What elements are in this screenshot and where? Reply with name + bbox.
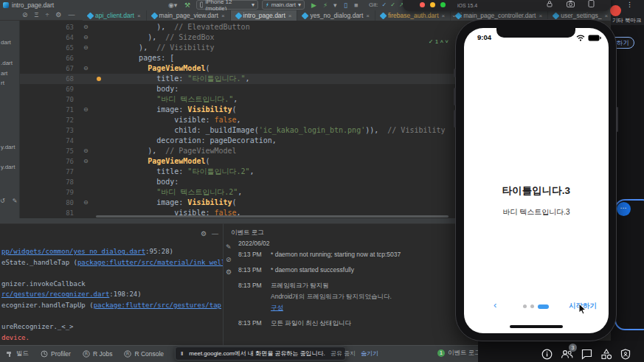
meeting-details-button[interactable]	[541, 349, 553, 362]
project-toolbar-icon[interactable]: ↺	[0, 198, 5, 204]
line-number[interactable]: 65	[49, 43, 74, 53]
project-file-name-fragment[interactable]: y.dart	[1, 164, 15, 170]
fold-icon[interactable]: ⊖	[83, 146, 89, 156]
line-number[interactable]: 76	[49, 156, 74, 167]
screenshot-camera-icon[interactable]	[567, 0, 575, 7]
project-toolbar-icon[interactable]: ✎	[13, 198, 18, 204]
fold-icon[interactable]: ⊖	[83, 105, 89, 115]
device-window-icon[interactable]	[588, 0, 595, 7]
line-number[interactable]: 75	[49, 146, 74, 156]
tab-api_client-dart[interactable]: api_client.dart×	[83, 10, 147, 21]
configure-link[interactable]: 구성	[271, 303, 401, 313]
toolbar-icon[interactable]: —	[68, 11, 75, 18]
project-file-name-fragment[interactable]: art	[1, 70, 7, 77]
line-number[interactable]: 77	[49, 167, 74, 177]
stop-button[interactable]: ■	[354, 1, 358, 10]
fold-icon[interactable]: ⊖	[83, 43, 89, 53]
fold-icon[interactable]: ⊖	[83, 63, 89, 74]
project-file-name-fragment[interactable]: dart	[1, 39, 11, 46]
toolbar-icon[interactable]: ⊘	[22, 11, 28, 18]
line-number[interactable]: 73	[49, 125, 74, 136]
debug-button[interactable]: ⚡	[323, 1, 328, 10]
line-number[interactable]: 81	[49, 208, 74, 218]
page-dot-1[interactable]	[523, 304, 527, 308]
vcs-update-icon[interactable]: ✓	[381, 1, 387, 8]
participants-button[interactable]: 3	[561, 349, 573, 362]
stack-trace-link[interactable]: pp/widgets/common/yes_no_dialog.dart	[1, 248, 145, 255]
inspection-widget[interactable]: ✓ 1 ˄ ˅	[429, 38, 449, 45]
activities-button[interactable]	[600, 349, 612, 362]
device-selector[interactable]: iPhone 12 (mobile) ▾	[196, 0, 258, 10]
page-dot-2[interactable]	[530, 304, 534, 308]
line-number[interactable]: 66	[49, 53, 74, 63]
attach-device-icon[interactable]: ▯	[344, 1, 347, 10]
event-log-toolbar-icon[interactable]: ⊘	[226, 256, 232, 263]
status-bar-item-Profiler[interactable]: Profiler	[41, 350, 71, 358]
line-number[interactable]: 68	[49, 74, 74, 84]
fold-icon[interactable]: ⊖	[83, 156, 89, 167]
event-log-status-button[interactable]: 1 이벤트 로그	[437, 349, 481, 358]
close-tab-icon[interactable]: ×	[366, 13, 370, 19]
status-bar-item-R-Jobs[interactable]: RR Jobs	[83, 350, 112, 358]
meet-tile-options-button[interactable]: ⋯	[617, 202, 631, 216]
event-log-toolbar-icon[interactable]: ✎	[226, 243, 232, 251]
chat-button[interactable]	[581, 349, 592, 362]
toolbar-icon[interactable]: ÷	[45, 11, 49, 18]
fold-icon[interactable]: ⊖	[83, 32, 89, 43]
project-file-name-fragment[interactable]: y.dart	[1, 144, 15, 150]
line-number[interactable]: 74	[49, 136, 74, 146]
fold-icon[interactable]: ⊖	[83, 198, 89, 208]
line-number[interactable]: 80	[49, 198, 74, 208]
minimize-window-button[interactable]	[430, 2, 435, 7]
build-hammer-icon[interactable]: ⚒	[184, 1, 190, 10]
hidden-tabs-chevron-icon[interactable]: ⌄ ⋮	[451, 12, 464, 18]
line-number[interactable]: 69	[49, 84, 74, 94]
line-number[interactable]: 71	[49, 105, 74, 115]
line-number[interactable]: 64	[49, 32, 74, 43]
project-file-name-fragment[interactable]: .dart	[1, 60, 13, 66]
tab-firebase_auth-dart[interactable]: firebase_auth.dart×	[375, 10, 451, 21]
simulator-titlebar[interactable]: iPhone 12 iOS 15.4	[403, 0, 611, 11]
stop-sharing-button[interactable]: 공유 중지	[330, 349, 356, 358]
editor-horizontal-scrollbar[interactable]	[96, 215, 449, 217]
lock-icon[interactable]	[546, 0, 553, 7]
stack-trace-link[interactable]: package:flutter/src/material/ink_well	[77, 259, 223, 266]
hide-button[interactable]: 숨기기	[361, 349, 378, 358]
status-bar-item--[interactable]: 빌드	[6, 349, 29, 358]
line-number[interactable]: 67	[49, 63, 74, 74]
line-number[interactable]: 78	[49, 177, 74, 187]
project-file-name-fragment[interactable]: rt	[1, 80, 4, 86]
back-chevron-button[interactable]: ‹	[494, 300, 496, 310]
status-bar-item-R-Console[interactable]: RR Console	[124, 350, 164, 358]
stack-trace-link[interactable]: rc/gestures/recognizer.dart	[1, 290, 109, 298]
fold-icon[interactable]: ⊖	[83, 22, 89, 32]
vcs-commit-icon[interactable]: ✓	[390, 1, 395, 8]
event-log-toolbar-icon[interactable]: ⚙	[226, 268, 232, 276]
close-tab-icon[interactable]: ×	[221, 13, 225, 19]
debug-console[interactable]: ⚙ — pp/widgets/common/yes_no_dialog.dart…	[0, 223, 223, 345]
bookmark-icon[interactable]	[97, 77, 101, 81]
close-tab-icon[interactable]: ×	[604, 13, 608, 19]
bookmarks-bar-label[interactable]: 기타 북마크	[612, 17, 642, 24]
line-number[interactable]: 72	[49, 115, 74, 125]
tab-main_page_view-dart[interactable]: main_page_view.dart×	[147, 10, 231, 21]
profile-button[interactable]: ▾	[333, 1, 337, 10]
line-number[interactable]: 63	[49, 22, 74, 32]
run-button[interactable]: ▶	[311, 1, 316, 9]
toolbar-icon[interactable]: ⚙	[55, 11, 61, 18]
close-tab-icon[interactable]: ×	[442, 13, 446, 19]
browser-menu-icon[interactable]: ⋮	[626, 1, 633, 8]
tab-intro_page-dart[interactable]: intro_page.dart×	[231, 10, 298, 21]
stack-trace-link[interactable]: package:flutter/src/gestures/tap	[94, 302, 221, 309]
toolbar-icon[interactable]: Ξ	[35, 11, 39, 18]
line-number[interactable]: 70	[49, 94, 74, 105]
project-panel-sliver[interactable]: dart.dartartrty.darty.dart ↺✎☰⚙	[0, 21, 20, 218]
close-tab-icon[interactable]: ×	[539, 13, 542, 19]
page-dot-3-active[interactable]	[538, 304, 549, 309]
close-tab-icon[interactable]: ×	[288, 13, 292, 19]
run-config-selector[interactable]: main.dart ▾	[262, 0, 305, 10]
close-tab-icon[interactable]: ×	[137, 13, 141, 19]
tab-yes_no_dialog-dart[interactable]: yes_no_dialog.dart×	[297, 10, 375, 21]
gear-icon[interactable]: ⚙	[201, 230, 207, 237]
host-controls-button[interactable]	[620, 349, 631, 362]
